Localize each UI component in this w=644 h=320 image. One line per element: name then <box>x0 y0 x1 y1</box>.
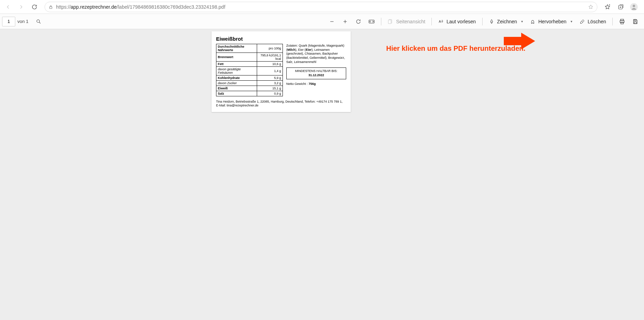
page-number-input[interactable] <box>2 17 15 26</box>
profile-button[interactable] <box>628 1 640 13</box>
plus-icon <box>342 19 348 24</box>
nutrition-row-value: 10,6 g <box>257 62 283 67</box>
pdf-toolbar: von 1 Seitenansicht Laut vorlesen Zeichn… <box>0 14 644 29</box>
rotate-icon <box>356 19 361 24</box>
toolbar-separator <box>381 18 381 25</box>
label-footer: Tina Heidorn, Betriebsstraße 1, 22085, H… <box>216 100 346 107</box>
zoom-out-button[interactable] <box>325 16 339 27</box>
nutrition-row-name: davon Zucker <box>216 81 257 86</box>
page-view-label: Seitenansicht <box>396 19 425 24</box>
chevron-down-icon: ▾ <box>571 19 572 23</box>
fit-icon <box>368 19 375 24</box>
nutrition-row-value: 15,1 g <box>257 86 283 91</box>
highlight-icon <box>530 19 535 24</box>
nutrition-row-name: Salz <box>216 91 257 96</box>
forward-button[interactable] <box>15 1 27 13</box>
svg-rect-0 <box>50 7 52 8</box>
reload-button[interactable] <box>29 1 40 13</box>
pdf-page: Eiweißbrot Durchschnittliche Nährwerte p… <box>212 31 351 112</box>
nutrition-row-name: Kohlenhydrate <box>216 75 257 81</box>
favorites-button[interactable] <box>602 1 613 13</box>
zoom-in-button[interactable] <box>339 16 352 27</box>
print-icon <box>619 18 625 25</box>
toolbar-separator <box>431 18 432 25</box>
save-icon <box>632 18 638 25</box>
svg-point-3 <box>633 5 635 7</box>
print-button[interactable] <box>615 16 629 27</box>
nutrition-table: Durchschnittliche Nährwerte pro 100g Bre… <box>216 44 283 96</box>
svg-point-4 <box>37 19 39 22</box>
chevron-down-icon: ▾ <box>521 19 523 23</box>
svg-rect-12 <box>634 22 636 23</box>
nutrition-row-value: 1,4 g <box>257 67 283 75</box>
nutrition-row-name: davon gesättigte Fettsäuren <box>216 67 257 75</box>
erase-icon <box>579 19 585 24</box>
nutrition-row-name: Brennwert <box>216 53 257 62</box>
url-text: https://app.rezeptrechner.de/label/17984… <box>56 4 225 10</box>
ingredients-text: Zutaten: Quark (Magerstufe, Magerquark) … <box>286 44 346 64</box>
pdf-viewport[interactable]: Eiweißbrot Durchschnittliche Nährwerte p… <box>0 29 644 320</box>
page-view-icon <box>388 19 393 24</box>
star-icon <box>588 4 594 10</box>
nutrition-header-right: pro 100g <box>257 44 283 53</box>
fit-button[interactable] <box>365 16 378 27</box>
nutrition-header-left: Durchschnittliche Nährwerte <box>216 44 257 53</box>
nutrition-row-value: 5,9 g <box>257 75 283 81</box>
toolbar-separator <box>612 18 613 25</box>
nutrition-row-value: 3,2 g <box>257 81 283 86</box>
save-button[interactable] <box>629 16 642 27</box>
nutrition-row-value: 795,6 kJ/191,1 kcal <box>257 53 283 62</box>
nutrition-row-value: 0,9 g <box>257 91 283 96</box>
erase-label: Löschen <box>588 19 606 24</box>
page-total-label: von 1 <box>17 19 29 24</box>
rotate-button[interactable] <box>352 16 365 27</box>
draw-icon <box>489 19 494 24</box>
nutrition-row-name: Fett <box>216 62 257 67</box>
best-before-box: MINDESTENS HALTBAR BIS: 31.12.2022 <box>286 67 346 79</box>
annotation-text: Hier klicken um das PDF herunterzuladen. <box>386 45 525 53</box>
lock-icon <box>48 5 53 9</box>
label-title: Eiweißbrot <box>216 36 346 42</box>
add-favorite-button[interactable] <box>588 4 594 10</box>
svg-rect-7 <box>388 20 391 24</box>
toolbar-separator <box>482 18 483 25</box>
svg-rect-11 <box>634 19 636 21</box>
favorites-icon <box>604 4 611 10</box>
minus-icon <box>329 19 335 24</box>
page-view-button[interactable]: Seitenansicht <box>384 16 429 27</box>
draw-label: Zeichnen <box>497 19 517 24</box>
draw-button[interactable]: Zeichnen ▾ <box>485 16 527 27</box>
read-aloud-label: Laut vorlesen <box>446 19 476 24</box>
search-button[interactable] <box>32 16 45 27</box>
read-aloud-button[interactable]: Laut vorlesen <box>435 16 479 27</box>
back-button[interactable] <box>2 1 14 13</box>
search-icon <box>36 19 41 24</box>
profile-icon <box>630 3 638 11</box>
collections-button[interactable] <box>615 1 627 13</box>
reload-icon <box>31 4 38 10</box>
read-aloud-icon <box>438 19 444 24</box>
highlight-button[interactable]: Hervorheben ▾ <box>526 16 576 27</box>
erase-button[interactable]: Löschen <box>576 16 610 27</box>
browser-chrome-bar: https://app.rezeptrechner.de/label/17984… <box>0 0 644 14</box>
arrow-left-icon <box>5 4 11 10</box>
address-bar[interactable]: https://app.rezeptrechner.de/label/17984… <box>45 2 597 12</box>
collections-icon <box>618 4 624 10</box>
net-weight: Netto Gewicht : 756g <box>286 82 346 86</box>
svg-rect-10 <box>621 22 623 24</box>
arrow-right-icon <box>18 4 24 10</box>
nutrition-row-name: Eiweiß <box>216 86 257 91</box>
highlight-label: Hervorheben <box>538 19 566 24</box>
